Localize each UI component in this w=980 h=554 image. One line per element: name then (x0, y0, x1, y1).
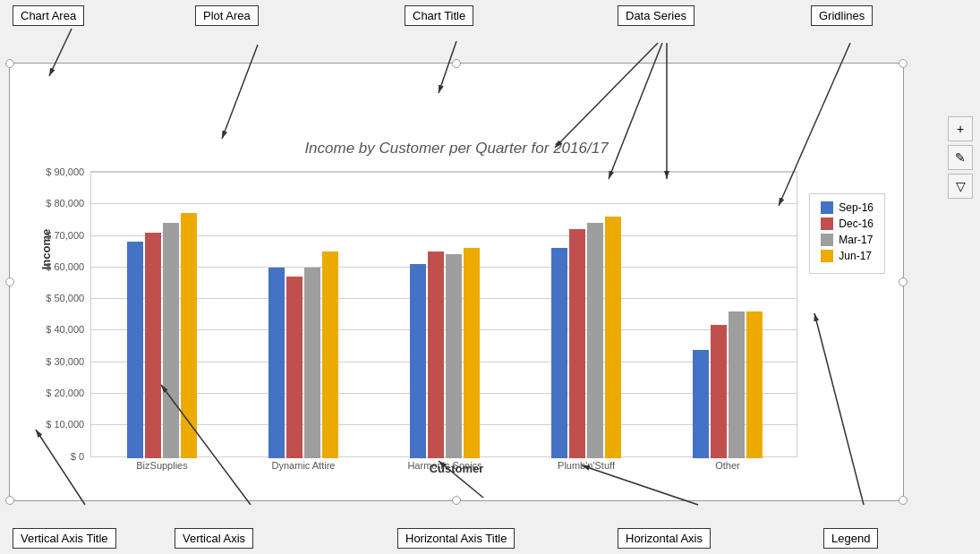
bar-harmonic-sonics-Mar-17 (446, 254, 462, 458)
handle-tr (899, 59, 908, 68)
x-label-bizsupplies: BizSupplies (136, 460, 187, 471)
bar-bizsupplies-Sep-16 (127, 242, 143, 458)
y-label-30k: $ 30,000 (30, 356, 84, 367)
handle-ml (5, 277, 14, 286)
legend-label-dec16: Dec-16 (839, 217, 873, 230)
y-label-70k: $ 70,000 (30, 230, 84, 241)
horizontal-axis-label: Horizontal Axis (618, 528, 711, 549)
bar-dynamic-attire-Mar-17 (304, 268, 320, 458)
vertical-axis-label: Vertical Axis (175, 528, 253, 549)
bar-bizsupplies-Mar-17 (163, 223, 179, 458)
plot-area: $ 90,000 $ 80,000 $ 70,000 $ 60,000 $ 50… (90, 171, 797, 457)
bar-other-Jun-17 (746, 311, 763, 458)
vertical-axis-title-label: Vertical Axis Title (13, 528, 116, 549)
bar-plumb-n-stuff-Mar-17 (587, 223, 603, 458)
x-label-dynamic-attire: Dynamic Attire (272, 460, 336, 471)
data-series-label: Data Series (618, 5, 695, 26)
bar-other-Dec-16 (711, 325, 727, 458)
legend-item-dec16: Dec-16 (821, 217, 873, 230)
x-axis-title: Customer (430, 462, 484, 475)
bar-plumb-n-stuff-Sep-16 (551, 248, 567, 458)
legend-color-mar17 (821, 234, 833, 246)
y-label-0: $ 0 (30, 451, 84, 462)
legend-label-mar17: Mar-17 (839, 234, 873, 246)
gridline-9 (91, 456, 797, 457)
y-label-80k: $ 80,000 (30, 198, 84, 209)
chart-frame: Income by Customer per Quarter for 2016/… (9, 63, 904, 501)
bar-bizsupplies-Dec-16 (145, 233, 161, 458)
y-label-90k: $ 90,000 (30, 166, 84, 177)
y-label-10k: $ 10,000 (30, 419, 84, 430)
bar-harmonic-sonics-Jun-17 (464, 248, 480, 458)
bar-bizsupplies-Jun-17 (181, 213, 197, 458)
y-label-60k: $ 60,000 (30, 261, 84, 272)
bar-other-Mar-17 (729, 311, 745, 458)
x-label-other: Other (715, 460, 740, 471)
handle-tm (452, 59, 461, 68)
chart-title: Income by Customer per Quarter for 2016/… (304, 140, 608, 158)
x-label-plumb-n-stuff: Plumb'n'Stuff (558, 460, 615, 471)
horizontal-axis-title-label: Horizontal Axis Title (397, 528, 515, 549)
add-element-button[interactable]: + (948, 116, 973, 141)
toolbar: + ✎ ▽ (948, 116, 973, 199)
legend-item-jun17: Jun-17 (821, 250, 873, 262)
legend: Sep-16 Dec-16 Mar-17 Jun-17 (809, 193, 885, 274)
bar-other-Sep-16 (693, 350, 709, 458)
outer-container: Chart Area Plot Area Chart Title Data Se… (0, 0, 980, 554)
bars-container (91, 172, 797, 456)
legend-color-dec16 (821, 217, 833, 230)
plot-area-label: Plot Area (195, 5, 259, 26)
legend-color-sep16 (821, 201, 833, 214)
filter-button[interactable]: ▽ (948, 174, 973, 199)
y-label-50k: $ 50,000 (30, 293, 84, 303)
legend-color-jun17 (821, 250, 833, 262)
legend-label-sep16: Sep-16 (839, 201, 873, 214)
brush-button[interactable]: ✎ (948, 145, 973, 170)
handle-mr (899, 277, 908, 286)
legend-label: Legend (823, 528, 878, 549)
bar-dynamic-attire-Jun-17 (322, 251, 338, 458)
handle-br (899, 496, 908, 505)
bar-plumb-n-stuff-Dec-16 (569, 229, 585, 458)
gridlines-label: Gridlines (811, 5, 873, 26)
bar-plumb-n-stuff-Jun-17 (605, 217, 621, 458)
legend-item-mar17: Mar-17 (821, 234, 873, 246)
bar-dynamic-attire-Dec-16 (286, 277, 303, 458)
bar-harmonic-sonics-Sep-16 (410, 264, 426, 458)
legend-label-jun17: Jun-17 (839, 250, 872, 262)
handle-tl (5, 59, 14, 68)
chart-title-label: Chart Title (405, 5, 473, 26)
bar-harmonic-sonics-Dec-16 (428, 251, 444, 458)
y-label-20k: $ 20,000 (30, 388, 84, 398)
legend-item-sep16: Sep-16 (821, 201, 873, 214)
chart-area-label: Chart Area (13, 5, 84, 26)
y-label-40k: $ 40,000 (30, 324, 84, 335)
bar-dynamic-attire-Sep-16 (268, 268, 285, 458)
handle-bm (452, 496, 461, 505)
handle-bl (5, 496, 14, 505)
